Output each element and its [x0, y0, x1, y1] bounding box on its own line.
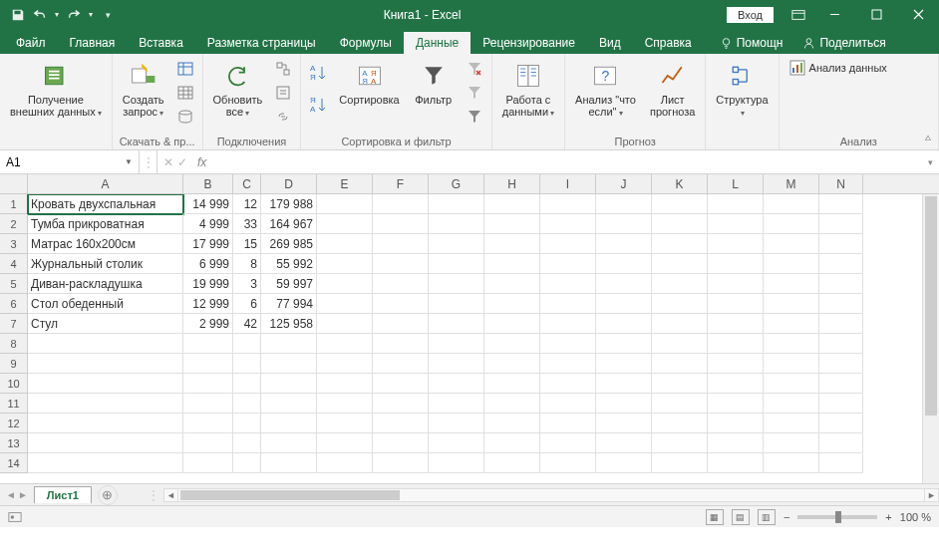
cell[interactable] — [484, 234, 540, 254]
row-header[interactable]: 8 — [0, 334, 28, 354]
share-button[interactable]: Поделиться — [792, 32, 895, 54]
cell[interactable]: Тумба прикроватная — [28, 214, 183, 234]
cell[interactable]: 6 999 — [183, 254, 233, 274]
cell[interactable] — [708, 254, 764, 274]
cell[interactable] — [819, 453, 863, 473]
cell[interactable] — [429, 334, 484, 354]
cell[interactable] — [764, 334, 819, 354]
view-page-break-button[interactable]: ▥ — [758, 509, 776, 525]
cell[interactable] — [484, 354, 540, 374]
cell[interactable] — [819, 274, 863, 294]
sort-asc-button[interactable]: AЯ — [307, 58, 329, 88]
cell[interactable] — [764, 314, 819, 334]
cell[interactable] — [317, 214, 373, 234]
cell[interactable] — [373, 453, 429, 473]
cell[interactable] — [652, 414, 708, 433]
close-button[interactable] — [897, 0, 939, 29]
cell[interactable] — [373, 294, 429, 314]
column-header[interactable]: J — [596, 174, 652, 193]
sort-desc-button[interactable]: ЯA — [307, 90, 329, 120]
cell[interactable]: Кровать двухспальная — [28, 194, 183, 214]
cell[interactable] — [540, 294, 596, 314]
macro-record-icon[interactable] — [8, 510, 22, 524]
cell[interactable] — [429, 394, 484, 414]
cell[interactable] — [764, 394, 819, 414]
formula-bar-splitter[interactable]: ⋮ — [140, 150, 157, 173]
column-header[interactable]: H — [484, 174, 540, 193]
tab-file[interactable]: Файл — [4, 32, 58, 54]
cell[interactable] — [764, 374, 819, 394]
cell[interactable] — [28, 354, 183, 374]
cell[interactable] — [764, 294, 819, 314]
cell[interactable] — [429, 234, 484, 254]
cell[interactable] — [233, 433, 261, 453]
cell[interactable] — [28, 394, 183, 414]
cell[interactable] — [819, 214, 863, 234]
cell[interactable]: 77 994 — [261, 294, 317, 314]
row-header[interactable]: 1 — [0, 194, 28, 214]
cell[interactable]: 4 999 — [183, 214, 233, 234]
cell[interactable] — [484, 274, 540, 294]
cell[interactable] — [261, 433, 317, 453]
cell[interactable] — [540, 234, 596, 254]
cell[interactable] — [429, 194, 484, 214]
cell[interactable] — [317, 414, 373, 433]
cell[interactable] — [429, 294, 484, 314]
tab-home[interactable]: Главная — [58, 32, 128, 54]
cell[interactable] — [429, 414, 484, 433]
cell[interactable] — [484, 214, 540, 234]
cell[interactable]: 59 997 — [261, 274, 317, 294]
cell[interactable] — [484, 334, 540, 354]
cell[interactable] — [819, 433, 863, 453]
cell[interactable]: Стол обеденный — [28, 294, 183, 314]
cell[interactable] — [596, 194, 652, 214]
view-page-layout-button[interactable]: ▤ — [732, 509, 750, 525]
signin-button[interactable]: Вход — [727, 7, 774, 23]
cell[interactable] — [764, 194, 819, 214]
reapply-filter-button[interactable] — [464, 82, 485, 104]
cell[interactable] — [183, 354, 233, 374]
data-analysis-button[interactable]: Анализ данных — [785, 58, 891, 78]
column-header[interactable]: N — [819, 174, 863, 193]
cell[interactable] — [708, 453, 764, 473]
column-header[interactable]: K — [652, 174, 708, 193]
cell[interactable] — [317, 194, 373, 214]
cell[interactable]: 17 999 — [183, 234, 233, 254]
cell[interactable] — [429, 354, 484, 374]
cell[interactable]: 3 — [233, 274, 261, 294]
cell[interactable] — [261, 354, 317, 374]
cell[interactable] — [652, 354, 708, 374]
cell[interactable] — [373, 234, 429, 254]
column-header[interactable]: G — [429, 174, 484, 193]
cell[interactable] — [708, 214, 764, 234]
cell[interactable] — [764, 234, 819, 254]
cell[interactable] — [708, 374, 764, 394]
row-header[interactable]: 11 — [0, 394, 28, 414]
cell[interactable] — [484, 294, 540, 314]
cell[interactable] — [652, 394, 708, 414]
cell[interactable] — [819, 314, 863, 334]
cell[interactable] — [261, 374, 317, 394]
outline-button[interactable]: Структура▾ — [712, 58, 772, 122]
row-header[interactable]: 4 — [0, 254, 28, 274]
redo-dropdown-icon[interactable]: ▾ — [86, 5, 96, 25]
cell[interactable] — [484, 194, 540, 214]
tab-layout[interactable]: Разметка страницы — [195, 32, 328, 54]
cell[interactable] — [819, 254, 863, 274]
cell[interactable] — [540, 214, 596, 234]
cell[interactable]: 8 — [233, 254, 261, 274]
tab-splitter[interactable]: ⋮ — [148, 488, 163, 502]
cell[interactable] — [373, 334, 429, 354]
cell[interactable] — [429, 314, 484, 334]
cell[interactable] — [373, 274, 429, 294]
cell[interactable] — [764, 354, 819, 374]
cell[interactable] — [540, 394, 596, 414]
cell[interactable] — [596, 254, 652, 274]
cell[interactable] — [373, 394, 429, 414]
zoom-out-button[interactable]: − — [783, 511, 789, 523]
cell[interactable] — [373, 374, 429, 394]
forecast-sheet-button[interactable]: Лист прогноза — [646, 58, 699, 120]
cell[interactable] — [373, 354, 429, 374]
cell[interactable] — [373, 214, 429, 234]
cell[interactable] — [596, 394, 652, 414]
